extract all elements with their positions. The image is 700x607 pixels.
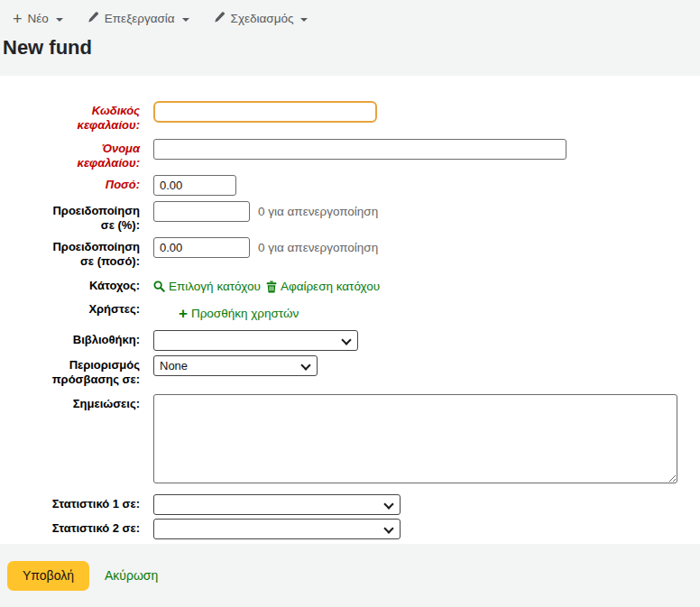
- submit-button[interactable]: Υποβολή: [7, 561, 89, 591]
- plus-icon: +: [13, 14, 23, 24]
- select-owner-label: Επιλογή κατόχου: [169, 278, 261, 295]
- warning-percent-hint: 0 για απενεργοποίηση: [258, 201, 378, 223]
- remove-owner-label: Αφαίρεση κατόχου: [281, 278, 380, 295]
- amount-row: Ποσό:: [0, 175, 700, 196]
- library-label: Βιβλιοθήκη:: [0, 330, 140, 347]
- amount-input[interactable]: [153, 175, 236, 196]
- stat1-row: Στατιστικό 1 σε:: [0, 494, 700, 515]
- stat2-label: Στατιστικό 2 σε:: [0, 519, 140, 536]
- fund-name-input[interactable]: [153, 139, 566, 160]
- warning-amount-hint: 0 για απενεργοποίηση: [258, 237, 378, 259]
- owner-row: Κάτοχος: Επιλογή κατόχου Αφαίρεση κατόχο…: [0, 276, 700, 295]
- warning-amount-row: Προειδοποίηση σε (ποσό): 0 για απενεργοπ…: [0, 237, 700, 269]
- library-row: Βιβλιοθήκη:: [0, 330, 700, 351]
- design-menu-label: Σχεδιασμός: [231, 12, 294, 25]
- chevron-down-icon: [300, 18, 308, 22]
- form-action-bar: Υποβολή Ακύρωση: [0, 544, 700, 607]
- select-owner-link[interactable]: Επιλογή κατόχου: [153, 278, 261, 295]
- toolbar: + Νέο Επεξεργασία Σχεδιασμός: [7, 7, 693, 30]
- users-row: Χρήστες: + Προσθήκη χρηστών: [0, 299, 700, 322]
- pencil-icon: [87, 11, 99, 26]
- stat2-row: Στατιστικό 2 σε:: [0, 519, 700, 539]
- search-icon: [153, 281, 165, 292]
- design-menu-button[interactable]: Σχεδιασμός: [207, 7, 314, 30]
- trash-icon: [266, 281, 277, 293]
- new-menu-label: Νέο: [28, 12, 49, 25]
- plus-icon: +: [179, 308, 188, 320]
- owner-label: Κάτοχος:: [0, 276, 140, 293]
- library-select[interactable]: [153, 330, 358, 351]
- fund-name-row: Όνομα κεφαλαίου:: [0, 139, 700, 170]
- fund-name-label: Όνομα κεφαλαίου:: [0, 139, 140, 170]
- chevron-down-icon: [182, 18, 189, 22]
- restriction-label: Περιορισμός πρόσβασης σε:: [0, 355, 140, 387]
- stat1-label: Στατιστικό 1 σε:: [0, 494, 140, 511]
- warning-percent-label: Προειδοποίηση σε (%):: [0, 201, 140, 233]
- warning-amount-input[interactable]: [153, 237, 250, 258]
- add-users-link[interactable]: + Προσθήκη χρηστών: [179, 305, 299, 322]
- edit-menu-label: Επεξεργασία: [105, 12, 175, 25]
- new-menu-button[interactable]: + Νέο: [7, 8, 69, 29]
- warning-amount-label: Προειδοποίηση σε (ποσό):: [0, 237, 140, 269]
- warning-percent-input[interactable]: [153, 201, 250, 222]
- restriction-row: Περιορισμός πρόσβασης σε: None: [0, 355, 700, 387]
- pencil-icon: [213, 11, 226, 26]
- stat2-select[interactable]: [153, 519, 401, 539]
- new-fund-form: Κωδικός κεφαλαίου: Όνομα κεφαλαίου: Ποσό…: [0, 76, 700, 539]
- add-users-label: Προσθήκη χρηστών: [191, 305, 299, 322]
- remove-owner-link[interactable]: Αφαίρεση κατόχου: [266, 278, 380, 295]
- fund-code-input[interactable]: [153, 101, 377, 123]
- page-header: + Νέο Επεξεργασία Σχεδιασμός New fund: [0, 0, 700, 76]
- cancel-link[interactable]: Ακύρωση: [105, 568, 158, 583]
- new-fund-page: + Νέο Επεξεργασία Σχεδιασμός New fund: [0, 0, 700, 607]
- restriction-select[interactable]: None: [153, 355, 318, 376]
- page-title: New fund: [3, 36, 693, 60]
- notes-row: Σημειώσεις:: [0, 394, 700, 483]
- chevron-down-icon: [56, 18, 63, 22]
- notes-label: Σημειώσεις:: [0, 394, 140, 411]
- edit-menu-button[interactable]: Επεξεργασία: [81, 7, 195, 30]
- stat1-select[interactable]: [153, 494, 401, 515]
- fund-code-row: Κωδικός κεφαλαίου:: [0, 101, 700, 133]
- amount-label: Ποσό:: [0, 175, 140, 192]
- fund-code-label: Κωδικός κεφαλαίου:: [0, 101, 140, 133]
- users-label: Χρήστες:: [0, 299, 140, 317]
- notes-textarea[interactable]: [153, 394, 677, 483]
- warning-percent-row: Προειδοποίηση σε (%): 0 για απενεργοποίη…: [0, 201, 700, 233]
